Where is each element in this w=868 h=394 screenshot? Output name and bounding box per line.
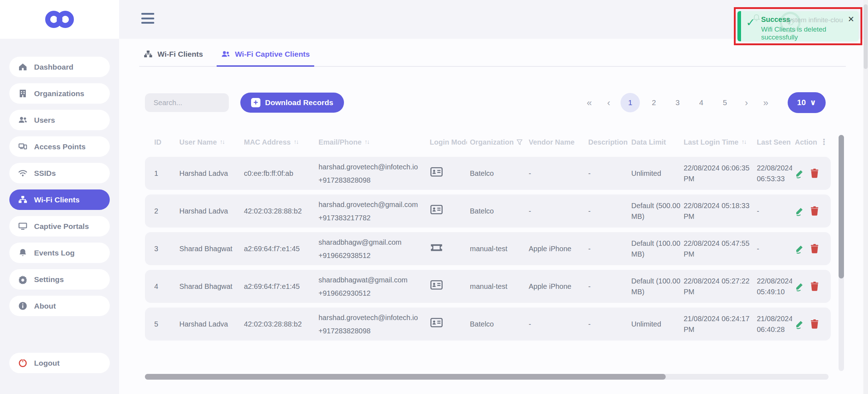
sidebar-item-access-points[interactable]: Access Points: [9, 136, 110, 157]
next-page-button[interactable]: ›: [739, 93, 754, 112]
delete-button[interactable]: [810, 281, 819, 291]
id-card-icon: [430, 166, 443, 177]
check-icon: ✓: [746, 16, 755, 29]
infinity-logo-icon: [40, 9, 79, 30]
sidebar-item-users[interactable]: Users: [9, 110, 110, 130]
cell-vendor: -: [529, 168, 585, 179]
cell-description: -: [588, 243, 628, 254]
download-records-label: Download Records: [265, 98, 333, 107]
page-button-4[interactable]: 4: [692, 93, 711, 112]
id-card-icon: [430, 280, 443, 290]
cell-organization: Batelco: [470, 168, 526, 179]
logo[interactable]: [0, 0, 119, 39]
cell-mac: c0:ee:fb:ff:0f:ab: [244, 168, 316, 179]
sort-icon[interactable]: ↑↓: [293, 139, 298, 146]
col-login-mode: Login Mode: [430, 138, 467, 146]
header-account-text: system infinite-clou: [785, 16, 843, 24]
table-vertical-scrollbar-thumb[interactable]: [839, 135, 844, 278]
col-last-seen: Last Seen: [757, 138, 792, 146]
page-button-1[interactable]: 1: [621, 93, 640, 112]
horizontal-scrollbar-thumb[interactable]: [145, 374, 666, 380]
cell-id: 4: [154, 281, 176, 292]
delete-button[interactable]: [810, 244, 819, 254]
edit-button[interactable]: [795, 169, 805, 178]
sidebar-item-settings[interactable]: Settings: [9, 269, 110, 290]
page-scrollbar-thumb[interactable]: [864, 4, 868, 69]
sidebar-item-label: Settings: [34, 275, 64, 284]
delete-button[interactable]: [810, 206, 819, 216]
trash-icon: [810, 319, 819, 329]
table-row: 2 Harshad Ladva 42:02:03:28:88:b2 harsha…: [145, 194, 831, 228]
id-card-icon: [430, 317, 443, 328]
horizontal-scrollbar: [145, 374, 829, 380]
sort-icon[interactable]: ↑↓: [741, 139, 746, 146]
page-button-5[interactable]: 5: [715, 93, 735, 112]
sidebar-item-wifi-clients[interactable]: Wi-Fi Clients: [9, 189, 110, 210]
search-input[interactable]: [145, 93, 229, 112]
toast-highlight-box: ✆ ✓ Success Wifi Clients is deleted succ…: [734, 7, 862, 45]
cell-action: [795, 281, 828, 291]
col-vendor-name: Vendor Name: [529, 138, 585, 146]
kebab-menu-icon[interactable]: ⋮: [820, 137, 828, 147]
edit-button[interactable]: [795, 206, 805, 216]
sort-icon[interactable]: ↑↓: [220, 139, 225, 146]
first-page-button[interactable]: «: [582, 93, 597, 112]
cell-mac: 42:02:03:28:88:b2: [244, 206, 316, 216]
cell-login-mode: [430, 204, 467, 218]
last-page-button[interactable]: »: [758, 93, 773, 112]
network-icon: [18, 195, 28, 205]
sidebar-item-dashboard[interactable]: Dashboard: [9, 57, 110, 77]
page-size-select[interactable]: 10 ∨: [788, 92, 826, 113]
edit-button[interactable]: [795, 282, 805, 291]
cell-action: [795, 319, 828, 329]
cell-last-seen: 22/08/2024 06:53:33: [757, 163, 792, 184]
delete-button[interactable]: [810, 168, 819, 178]
email-text: harshad.grovetech@infotech.io: [319, 163, 427, 171]
pencil-icon: [795, 206, 805, 216]
logout-button[interactable]: Logout: [9, 353, 110, 373]
cell-email-phone: harshad.grovetech@infotech.io +917283828…: [319, 313, 427, 335]
trash-icon: [810, 244, 819, 254]
cell-last-seen: 21/08/2024 06:40:28: [757, 313, 792, 335]
tab-wifi-captive-clients[interactable]: Wi-Fi Captive Clients: [217, 47, 314, 67]
id-card-icon: [430, 204, 443, 215]
cell-data-limit: Default (500.00 MB): [631, 200, 681, 222]
cell-last-seen: 22/08/2024 05:49:10: [757, 276, 792, 297]
edit-button[interactable]: [795, 244, 805, 254]
toast-close-icon[interactable]: ✕: [848, 15, 854, 24]
cell-last-login: 22/08/2024 06:06:35 PM: [684, 163, 754, 184]
tab-wifi-clients[interactable]: Wi-Fi Clients: [139, 47, 207, 67]
sidebar-item-label: SSIDs: [34, 169, 56, 178]
prev-page-button[interactable]: ‹: [601, 93, 616, 112]
phone-text: +917383217782: [319, 214, 427, 222]
page-button-3[interactable]: 3: [668, 93, 687, 112]
table-vertical-scrollbar: [839, 135, 844, 371]
cell-login-mode: [430, 166, 467, 180]
sidebar-item-ssids[interactable]: SSIDs: [9, 163, 110, 183]
cell-user-name: Harshad Ladva: [179, 319, 241, 329]
bell-icon: [18, 248, 28, 258]
table-row: 5 Harshad Ladva 42:02:03:28:88:b2 harsha…: [145, 308, 831, 341]
sort-icon[interactable]: ↑↓: [364, 139, 369, 146]
trash-icon: [810, 281, 819, 291]
filter-funnel-icon[interactable]: [516, 139, 523, 145]
table-row: 1 Harshad Ladva c0:ee:fb:ff:0f:ab harsha…: [145, 157, 831, 190]
info-icon: [18, 301, 28, 311]
sidebar-item-organizations[interactable]: Organizations: [9, 83, 110, 104]
cell-vendor: -: [529, 206, 585, 216]
sidebar-item-events-log[interactable]: Events Log: [9, 243, 110, 263]
sidebar-item-about[interactable]: About: [9, 296, 110, 316]
phone-text: +919662930512: [319, 289, 427, 297]
cell-user-name: Sharad Bhagwat: [179, 281, 241, 292]
home-icon: [18, 62, 28, 72]
sidebar-item-captive-portals[interactable]: Captive Portals: [9, 216, 110, 236]
edit-button[interactable]: [795, 319, 805, 329]
cell-action: [795, 244, 828, 254]
delete-button[interactable]: [810, 319, 819, 329]
cell-email-phone: harshad.grovetech@gmail.com +91738321778…: [319, 200, 427, 222]
cell-description: -: [588, 281, 628, 292]
hamburger-menu-icon[interactable]: [141, 13, 154, 24]
download-records-button[interactable]: + Download Records: [240, 93, 344, 113]
page-button-2[interactable]: 2: [644, 93, 664, 112]
wifi-clients-page: ✆ ✓ Success Wifi Clients is deleted succ…: [0, 0, 868, 394]
